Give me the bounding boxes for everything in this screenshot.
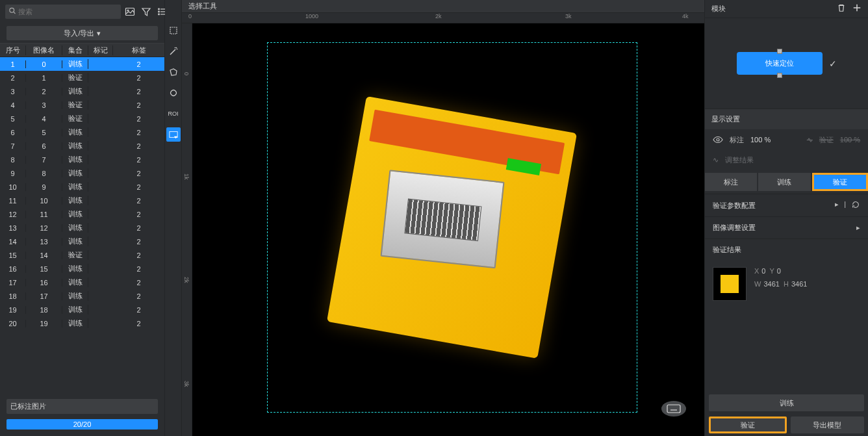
table-row[interactable]: 43验证2: [0, 98, 164, 112]
image-icon[interactable]: [125, 6, 135, 17]
module-port-top[interactable]: [777, 49, 782, 54]
search-bar: [0, 0, 164, 23]
module-title: 模块: [711, 4, 726, 14]
cell-name: 13: [26, 238, 62, 246]
cell-set: 训练: [62, 168, 88, 178]
table-row[interactable]: 1716训练2: [0, 276, 164, 289]
verify-opacity: 100 %: [840, 136, 860, 144]
erase-tool-icon[interactable]: [166, 86, 181, 100]
selection-rectangle[interactable]: [267, 42, 637, 413]
table-row[interactable]: 1514验证2: [0, 248, 164, 262]
table-row[interactable]: 98训练2: [0, 166, 164, 180]
quick-locate-module[interactable]: 快速定位: [737, 52, 823, 75]
table-row[interactable]: 1817训练2: [0, 289, 164, 303]
pointer-tool-icon[interactable]: [166, 23, 181, 38]
col-header-tag[interactable]: 标签: [113, 45, 164, 55]
table-row[interactable]: 1110训练2: [0, 194, 164, 207]
cell-index: 13: [0, 224, 26, 232]
cell-set: 训练: [62, 318, 88, 328]
filter-icon[interactable]: [141, 6, 151, 17]
verify-result-header: 验证结果: [705, 239, 868, 261]
tab-verify[interactable]: 验证: [812, 173, 868, 191]
roi-tool[interactable]: ROI: [166, 107, 181, 121]
table-row[interactable]: 54验证2: [0, 112, 164, 125]
cell-index: 2: [0, 74, 26, 82]
table-row[interactable]: 1918训练2: [0, 303, 164, 316]
verify-button[interactable]: 验证: [709, 417, 787, 433]
delete-icon[interactable]: [837, 3, 846, 14]
table-row[interactable]: 10训练2: [0, 57, 164, 71]
cell-index: 7: [0, 142, 26, 150]
wand-tool-icon[interactable]: [166, 44, 181, 58]
eye-icon[interactable]: [713, 135, 723, 145]
cell-tag: 2: [113, 224, 164, 232]
cell-tag: 2: [113, 88, 164, 96]
cell-set: 训练: [62, 237, 88, 246]
cell-name: 9: [26, 183, 62, 191]
import-export-button[interactable]: 导入/导出 ▾: [6, 26, 158, 40]
table-row[interactable]: 1312训练2: [0, 221, 164, 235]
table-row[interactable]: 109训练2: [0, 180, 164, 194]
ruler-tick: 0: [183, 72, 192, 75]
table-row[interactable]: 65训练2: [0, 125, 164, 139]
check-icon[interactable]: ✓: [829, 58, 837, 69]
play-tool-icon[interactable]: [166, 127, 181, 142]
reset-icon[interactable]: [851, 200, 860, 211]
chevron-right-icon: ▸: [835, 200, 839, 211]
table-row[interactable]: 76训练2: [0, 139, 164, 153]
module-port-bottom[interactable]: [777, 73, 782, 78]
cell-tag: 2: [113, 115, 164, 123]
table-row[interactable]: 21验证2: [0, 71, 164, 84]
col-header-name[interactable]: 图像名: [26, 45, 62, 55]
result-x: 0: [761, 267, 765, 275]
cell-index: 14: [0, 238, 26, 246]
cell-set: 训练: [62, 277, 88, 287]
keyboard-icon[interactable]: [661, 401, 686, 417]
table-row[interactable]: 1615训练2: [0, 262, 164, 276]
cell-name: 0: [26, 60, 62, 68]
cell-tag: 2: [113, 60, 164, 68]
image-adjust-row[interactable]: 图像调整设置 ▸: [705, 217, 868, 238]
col-header-mark[interactable]: 标记: [88, 45, 113, 55]
cell-index: 19: [0, 306, 26, 314]
table-row[interactable]: 87训练2: [0, 153, 164, 166]
adjust-result-label: 调整结果: [725, 155, 754, 165]
table-row[interactable]: 1413训练2: [0, 235, 164, 248]
svg-point-9: [159, 14, 160, 15]
cell-index: 16: [0, 265, 26, 273]
tab-train[interactable]: 训练: [758, 173, 810, 191]
result-w-label: W: [754, 280, 761, 288]
cell-name: 2: [26, 88, 62, 96]
tab-annotation[interactable]: 标注: [705, 173, 757, 191]
cell-set: 训练: [62, 141, 88, 151]
canvas[interactable]: [192, 23, 704, 436]
module-header: 模块: [705, 0, 868, 18]
cell-set: 验证: [62, 250, 88, 260]
result-thumbnail[interactable]: [713, 267, 747, 301]
svg-line-1: [14, 12, 15, 14]
export-model-button[interactable]: 导出模型: [791, 417, 865, 433]
polygon-tool-icon[interactable]: [166, 65, 181, 79]
train-button[interactable]: 训练: [709, 394, 864, 411]
verify-params-row[interactable]: 验证参数配置 ▸ |: [705, 194, 868, 216]
table-row[interactable]: 2019训练2: [0, 316, 164, 330]
svg-rect-12: [170, 27, 177, 34]
divider-icon: |: [844, 200, 846, 211]
cell-set: 验证: [62, 100, 88, 110]
col-header-set[interactable]: 集合: [62, 45, 88, 55]
image-adjust-label: 图像调整设置: [713, 223, 756, 233]
ruler-tick: 1000: [305, 13, 318, 19]
search-input[interactable]: [5, 5, 121, 19]
col-header-index[interactable]: 序号: [0, 45, 26, 55]
cell-set: 训练: [62, 59, 88, 69]
cell-set: 训练: [62, 155, 88, 164]
result-x-label: X: [754, 267, 759, 275]
table-row[interactable]: 32训练2: [0, 84, 164, 98]
wave2-icon: ∿: [713, 156, 719, 164]
add-icon[interactable]: [852, 3, 862, 14]
table-row[interactable]: 1211训练2: [0, 207, 164, 221]
right-footer: 训练 验证 导出模型: [705, 388, 868, 436]
progress-bar: 20/20: [6, 419, 158, 430]
cell-set: 训练: [62, 264, 88, 274]
cell-tag: 2: [113, 279, 164, 287]
